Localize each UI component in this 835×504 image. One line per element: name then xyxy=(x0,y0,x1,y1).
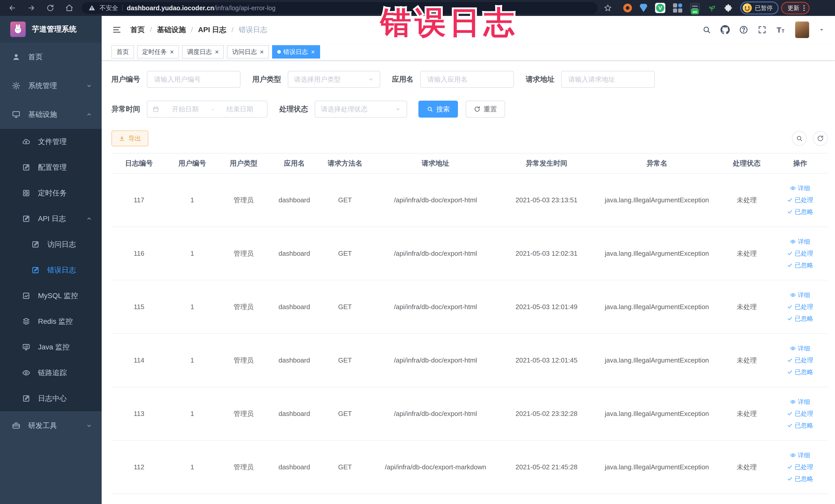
table-column-header: 应用名 xyxy=(269,159,319,168)
sidebar-item-label: 系统管理 xyxy=(28,81,57,90)
search-icon[interactable] xyxy=(702,25,711,35)
check-icon xyxy=(787,250,793,256)
sidebar-item-mysql-monitor[interactable]: MySQL 监控 xyxy=(0,283,102,309)
app-name-input[interactable] xyxy=(420,71,514,88)
tab[interactable]: 调度日志 × xyxy=(182,45,224,59)
detail-link[interactable]: 详细 xyxy=(790,291,810,299)
extension-orange-icon[interactable] xyxy=(623,4,632,12)
mark-ignored-link[interactable]: 已忽略 xyxy=(787,421,813,429)
hide-search-button[interactable] xyxy=(792,131,807,146)
sidebar-item-api-log[interactable]: API 日志 xyxy=(0,206,102,231)
url-path: /infra/log/api-error-log xyxy=(214,4,276,12)
search-button[interactable]: 搜索 xyxy=(419,101,458,118)
fullscreen-icon[interactable] xyxy=(757,25,767,35)
refresh-table-button[interactable] xyxy=(813,131,828,146)
date-start-placeholder[interactable]: 开始日期 xyxy=(163,105,207,114)
user-type-select[interactable]: 请选择用户类型 xyxy=(288,71,380,88)
forward-icon[interactable] xyxy=(26,2,37,14)
breadcrumb-item[interactable]: 首页 xyxy=(130,25,145,35)
breadcrumb-item[interactable]: 基础设施 xyxy=(157,25,186,35)
detail-link[interactable]: 详细 xyxy=(790,398,810,406)
detail-link[interactable]: 详细 xyxy=(790,344,810,352)
detail-link[interactable]: 详细 xyxy=(790,184,810,192)
export-button[interactable]: 导出 xyxy=(111,130,148,146)
tab-close-icon[interactable]: × xyxy=(215,48,219,55)
breadcrumb-item[interactable]: API 日志 xyxy=(198,25,226,35)
extension-leaf-icon[interactable] xyxy=(708,4,716,12)
mark-processed-link[interactable]: 已处理 xyxy=(787,356,813,364)
mark-processed-link[interactable]: 已处理 xyxy=(787,463,813,471)
extensions-menu-icon[interactable] xyxy=(724,4,733,12)
cell-actions: 详细 已处理 已忽略 xyxy=(772,291,828,323)
github-icon[interactable] xyxy=(720,25,730,35)
filter-label: 处理状态 xyxy=(279,104,308,114)
browser-menu-kebab-icon[interactable] xyxy=(803,5,805,11)
breadcrumb-separator: / xyxy=(150,26,152,34)
sidebar-item-dev-tools[interactable]: 研发工具 xyxy=(0,411,102,440)
sidebar-item-log-center[interactable]: 日志中心 xyxy=(0,386,102,411)
mark-ignored-link[interactable]: 已忽略 xyxy=(787,261,813,269)
sidebar-item-system[interactable]: 系统管理 xyxy=(0,72,102,100)
browser-update-button[interactable]: 更新 xyxy=(781,2,810,14)
home-icon[interactable] xyxy=(64,2,75,14)
chevron-up-icon xyxy=(86,216,93,222)
tab[interactable]: 访问日志 × xyxy=(227,45,269,59)
date-end-placeholder[interactable]: 结束日期 xyxy=(218,105,262,114)
avatar[interactable] xyxy=(795,21,809,38)
tab[interactable]: 错误日志 × xyxy=(272,45,320,59)
cell-status: 未处理 xyxy=(721,249,772,258)
breadcrumb-item[interactable]: 错误日志 xyxy=(239,25,267,35)
sidebar-item-file-manage[interactable]: 文件管理 xyxy=(0,129,102,155)
sidebar-item-config-manage[interactable]: 配置管理 xyxy=(0,155,102,180)
eye-icon xyxy=(790,292,796,298)
mark-processed-link[interactable]: 已处理 xyxy=(787,249,813,258)
address-bar[interactable]: 不安全 dashboard.yudao.iocoder.cn/infra/log… xyxy=(82,2,597,14)
sidebar-item-error-log[interactable]: 错误日志 xyxy=(0,257,102,283)
reload-icon[interactable] xyxy=(45,2,56,14)
extension-pin-icon[interactable] xyxy=(640,4,647,12)
sidebar-item-scheduled-jobs[interactable]: 定时任务 xyxy=(0,180,102,206)
sidebar-item-infra[interactable]: 基础设施 xyxy=(0,100,102,129)
mark-ignored-link[interactable]: 已忽略 xyxy=(787,368,813,376)
extension-grid-icon[interactable] xyxy=(673,3,682,13)
sidebar-submenu-infra: 文件管理 配置管理 定时任务 API 日志 xyxy=(0,129,102,411)
sidebar-toggle-icon[interactable] xyxy=(112,25,122,35)
sidebar-item-redis-monitor[interactable]: Redis 监控 xyxy=(0,309,102,334)
tab[interactable]: 首页 × xyxy=(111,45,134,59)
detail-link[interactable]: 详细 xyxy=(790,451,810,459)
mark-processed-link[interactable]: 已处理 xyxy=(787,303,813,311)
detail-link[interactable]: 详细 xyxy=(790,238,810,246)
sidebar-logo[interactable]: 芋道管理系统 xyxy=(0,16,102,43)
avatar-caret-down-icon[interactable] xyxy=(819,27,825,33)
security-label[interactable]: 不安全 xyxy=(100,4,118,12)
sidebar-item-label: 错误日志 xyxy=(47,265,76,275)
extension-vue-icon[interactable]: V xyxy=(655,3,665,13)
extension-switch-icon[interactable]: on xyxy=(690,3,700,13)
tab-close-icon[interactable]: × xyxy=(311,48,315,55)
sidebar-item-label: 文件管理 xyxy=(38,137,67,147)
date-range-picker[interactable]: 开始日期 - 结束日期 xyxy=(147,101,267,118)
font-size-icon[interactable]: TT xyxy=(776,25,786,35)
sidebar-item-java-monitor[interactable]: Java 监控 xyxy=(0,334,102,360)
profile-sync-paused-chip[interactable]: 已暂停 xyxy=(740,2,778,14)
sidebar-item-home[interactable]: 首页 xyxy=(0,43,102,72)
mark-ignored-link[interactable]: 已忽略 xyxy=(787,315,813,323)
request-url-input[interactable] xyxy=(561,71,655,88)
url-text[interactable]: dashboard.yudao.iocoder.cn/infra/log/api… xyxy=(127,4,276,12)
monitor-icon xyxy=(12,110,21,119)
user-id-input[interactable] xyxy=(147,71,241,88)
mark-processed-link[interactable]: 已处理 xyxy=(787,196,813,204)
tab[interactable]: 定时任务 × xyxy=(137,45,179,59)
reset-button[interactable]: 重置 xyxy=(466,101,505,118)
bookmark-star-icon[interactable] xyxy=(602,2,613,14)
back-icon[interactable] xyxy=(7,2,18,14)
sidebar-item-access-log[interactable]: 访问日志 xyxy=(0,231,102,257)
tab-close-icon[interactable]: × xyxy=(260,48,264,55)
process-status-select[interactable]: 请选择处理状态 xyxy=(315,101,407,118)
mark-ignored-link[interactable]: 已忽略 xyxy=(787,475,813,483)
sidebar-item-trace[interactable]: 链路追踪 xyxy=(0,360,102,386)
mark-ignored-link[interactable]: 已忽略 xyxy=(787,208,813,216)
tab-close-icon[interactable]: × xyxy=(170,48,174,55)
help-icon[interactable] xyxy=(739,25,748,35)
mark-processed-link[interactable]: 已处理 xyxy=(787,409,813,418)
